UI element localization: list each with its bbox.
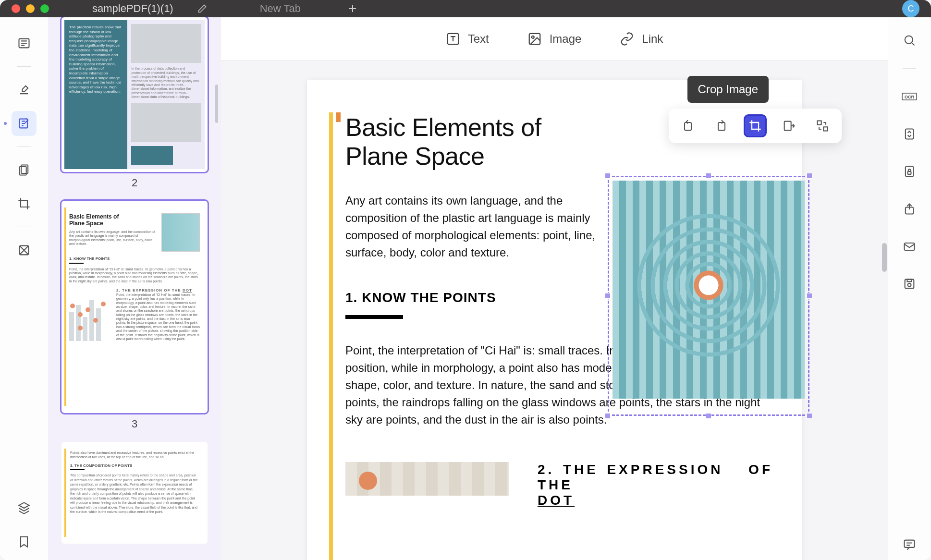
- right-rail: OCR: [888, 17, 931, 560]
- rotate-left-icon[interactable]: [676, 114, 699, 137]
- close-window-button[interactable]: [12, 4, 20, 13]
- maximize-window-button[interactable]: [40, 4, 49, 13]
- link-tool[interactable]: Link: [620, 32, 663, 46]
- page-thumbnail[interactable]: Basic Elements ofPlane Space Any art con…: [61, 201, 208, 413]
- divider: [17, 146, 31, 147]
- thumbnail-preview-text: The composition of ordered points here m…: [70, 473, 199, 514]
- mail-icon[interactable]: [900, 237, 919, 256]
- svg-rect-10: [784, 122, 791, 131]
- accent-bar: [64, 449, 66, 537]
- tool-label: Text: [468, 32, 489, 46]
- traffic-lights: [12, 4, 49, 13]
- page-number: 3: [61, 418, 208, 430]
- avatar[interactable]: C: [902, 0, 919, 17]
- image-selection[interactable]: [608, 176, 809, 416]
- thumbnail-section-heading: 3. THE COMPOSITION OF POINTS: [70, 463, 199, 468]
- svg-point-13: [905, 36, 913, 44]
- intro-paragraph: Any art contains its own language, and t…: [345, 192, 600, 261]
- thumbnail-section-heading: 1. KNOW THE POINTS: [69, 256, 200, 261]
- resize-handle-ml[interactable]: [605, 293, 611, 299]
- divider: [17, 227, 31, 227]
- replace-icon[interactable]: [811, 114, 834, 137]
- svg-rect-16: [906, 129, 913, 139]
- resize-handle-tr[interactable]: [807, 173, 812, 179]
- page-title: Basic Elements of Plane Space: [345, 113, 595, 171]
- comment-icon[interactable]: [900, 535, 919, 554]
- accent-marker: [336, 112, 341, 122]
- highlighter-icon[interactable]: [12, 77, 37, 102]
- image-context-toolbar: [669, 109, 842, 143]
- crop-icon[interactable]: [744, 114, 767, 137]
- page-thumbnail[interactable]: Points also have dominant and recessive …: [61, 442, 208, 544]
- tool-label: Link: [642, 32, 663, 46]
- ocr-icon[interactable]: OCR: [900, 87, 919, 106]
- svg-rect-8: [685, 122, 691, 130]
- text-tool[interactable]: Text: [446, 32, 489, 46]
- tab-active[interactable]: samplePDF(1)(1): [68, 0, 236, 17]
- app-window: samplePDF(1)(1) New Tab C: [0, 0, 931, 560]
- svg-rect-20: [905, 243, 915, 250]
- tool-label: Image: [550, 32, 582, 46]
- resize-handle-mr[interactable]: [807, 293, 812, 299]
- tab-strip: samplePDF(1)(1) New Tab: [68, 0, 358, 17]
- titlebar: samplePDF(1)(1) New Tab C: [0, 0, 931, 17]
- divider: [17, 66, 31, 67]
- rotate-right-icon[interactable]: [710, 114, 733, 137]
- export-icon[interactable]: [777, 114, 800, 137]
- thumbnail-title: Basic Elements ofPlane Space: [69, 213, 158, 227]
- thumbnail-image-placeholder: [161, 213, 200, 252]
- thumbnail-preview-text: Point, the interpretation of "Ci Hai" is…: [69, 268, 200, 284]
- svg-rect-18: [908, 171, 911, 174]
- scrollbar-thumb[interactable]: [215, 85, 218, 123]
- share-icon[interactable]: [900, 199, 919, 219]
- annotate-icon[interactable]: [12, 111, 37, 136]
- convert-icon[interactable]: [900, 124, 919, 144]
- page-thumbnail[interactable]: The practical results show that through …: [61, 17, 208, 172]
- edit-toolbar: Text Image Link: [221, 17, 888, 61]
- image-tool[interactable]: Image: [527, 32, 582, 46]
- left-rail: [0, 17, 48, 560]
- svg-rect-9: [718, 122, 725, 130]
- resize-handle-tl[interactable]: [605, 173, 611, 179]
- reader-mode-icon[interactable]: [12, 31, 37, 56]
- crop-page-icon[interactable]: [12, 191, 37, 216]
- layers-icon[interactable]: [12, 496, 37, 521]
- svg-rect-11: [818, 121, 821, 125]
- section-heading: 2. THE EXPRESSION OF THEDOT: [538, 462, 773, 508]
- svg-rect-24: [905, 540, 915, 548]
- document-page: Basic Elements of Plane Space Any art co…: [307, 80, 802, 560]
- resize-handle-br[interactable]: [807, 413, 812, 419]
- thumbnail-image-placeholder: [131, 103, 201, 142]
- new-tab-button[interactable]: [347, 3, 358, 14]
- thumbnail-panel: The practical results show that through …: [48, 17, 221, 560]
- tooltip-text: Crop Image: [698, 83, 758, 96]
- thumbnail-preview-text: Any art contains its own language, and t…: [69, 230, 158, 246]
- accent-bar: [329, 112, 333, 560]
- pages-icon[interactable]: [12, 158, 37, 183]
- minimize-window-button[interactable]: [26, 4, 35, 13]
- svg-point-7: [531, 36, 534, 38]
- resize-handle-bm[interactable]: [706, 413, 711, 419]
- tab-new[interactable]: New Tab: [236, 0, 330, 17]
- thumbnail-preview-text: Points also have dominant and recessive …: [70, 450, 199, 460]
- scrollbar-thumb[interactable]: [882, 243, 887, 272]
- tooltip: Crop Image: [687, 76, 769, 103]
- inline-image: [345, 462, 509, 496]
- pencil-icon[interactable]: [197, 4, 207, 13]
- bookmark-icon[interactable]: [12, 529, 37, 554]
- main-area: Text Image Link Crop Image: [221, 17, 888, 560]
- thumbnail-image-placeholder: [131, 24, 201, 63]
- thumbnail-preview-text: In the process of data collection and pr…: [131, 67, 201, 99]
- resize-handle-tm[interactable]: [706, 173, 711, 179]
- heading-underline: [345, 315, 403, 319]
- search-icon[interactable]: [900, 31, 919, 50]
- divider: [903, 68, 916, 69]
- app-body: The practical results show that through …: [0, 17, 931, 560]
- svg-rect-23: [907, 280, 911, 282]
- lock-icon[interactable]: [900, 162, 919, 181]
- svg-rect-12: [823, 127, 827, 131]
- resize-handle-bl[interactable]: [605, 413, 611, 419]
- active-indicator-dot: [4, 122, 7, 125]
- save-icon[interactable]: [900, 274, 919, 293]
- redact-icon[interactable]: [12, 238, 37, 263]
